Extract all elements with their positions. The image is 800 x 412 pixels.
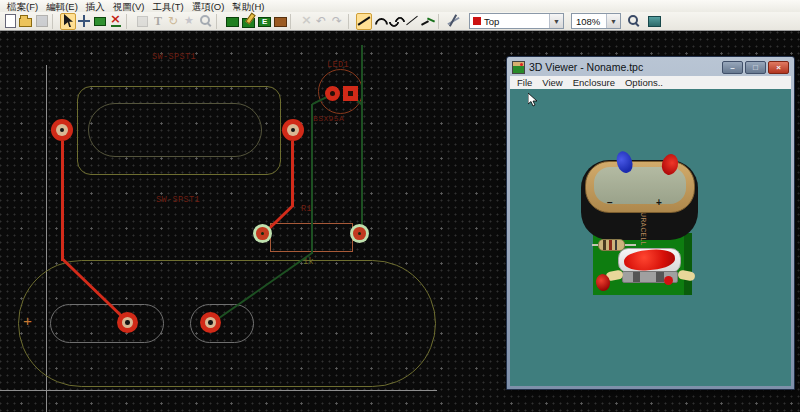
- toolbar-separator: [126, 14, 132, 29]
- redo-button: [330, 13, 346, 30]
- horizontal-guide-line: [0, 390, 437, 391]
- cut-icon: [109, 14, 123, 28]
- zone-icon: [93, 14, 107, 28]
- viewer-menu-item-2[interactable]: Enclosure: [568, 77, 620, 88]
- copper-layer-button[interactable]: [272, 13, 288, 30]
- zoom-level-dropdown[interactable]: 108% ▼: [571, 13, 621, 29]
- arc-tool-button[interactable]: [372, 13, 388, 30]
- zoom-level-value: 108%: [576, 16, 600, 27]
- rotate-icon: [167, 14, 181, 28]
- main-toolbar: Top ▼ 108% ▼: [0, 12, 800, 31]
- maximize-button[interactable]: □: [745, 61, 766, 74]
- main-menu-item-3[interactable]: 視圖(V): [109, 1, 149, 12]
- main-menu-item-4[interactable]: 工具(T): [148, 1, 187, 12]
- minimize-button[interactable]: –: [722, 61, 743, 74]
- zone-fill-icon: [225, 14, 239, 28]
- viewer-app-icon: [512, 61, 525, 74]
- zone-edit-icon: [241, 14, 255, 28]
- 3d-viewer-icon: [647, 14, 661, 28]
- battery-pad-right[interactable]: [200, 312, 221, 333]
- zone-properties-button[interactable]: [256, 13, 272, 30]
- viewer-menu-item-3[interactable]: Options..: [620, 77, 668, 88]
- top-trace-segment[interactable]: [61, 141, 64, 261]
- zone-edit-button[interactable]: [240, 13, 256, 30]
- copper-icon: [273, 14, 287, 28]
- line-icon: [357, 14, 371, 28]
- window-controls: – □ ×: [722, 61, 789, 74]
- viewer-titlebar[interactable]: 3D Viewer - Noname.tpc – □ ×: [510, 57, 791, 76]
- sw-spst1-pad-right[interactable]: [282, 119, 304, 141]
- chevron-down-icon[interactable]: ▼: [606, 14, 620, 28]
- zone-fill-button[interactable]: [224, 13, 240, 30]
- open-3d-viewer-button[interactable]: [646, 13, 662, 30]
- toolbar-separator: [52, 14, 58, 29]
- undo-icon: [315, 14, 329, 28]
- zoom-magnifier-button[interactable]: [626, 13, 642, 30]
- main-menu-item-1[interactable]: 編輯(E): [42, 1, 82, 12]
- r1-pad-right[interactable]: [350, 224, 369, 243]
- select-tool-button[interactable]: [60, 13, 76, 30]
- sw-spst1-ref-bottom: SW-SPST1: [156, 195, 200, 205]
- red-pad-dot-3d: [664, 276, 673, 285]
- save-icon: [35, 14, 49, 28]
- open-file-button[interactable]: [18, 13, 34, 30]
- chevron-down-icon[interactable]: ▼: [549, 14, 563, 28]
- main-menu-item-2[interactable]: 插入: [82, 1, 109, 12]
- line-tool-button[interactable]: [356, 13, 372, 30]
- nodraw-icon: [447, 14, 461, 28]
- led1-pad-square[interactable]: [343, 86, 358, 101]
- r1-pad-left[interactable]: [253, 224, 272, 243]
- main-menu-item-5[interactable]: 選項(O): [188, 1, 229, 12]
- viewer-menubar: FileViewEnclosureOptions..: [510, 76, 791, 90]
- pointer-icon: [61, 14, 75, 28]
- battery-minus-terminal: −: [607, 197, 613, 208]
- save-file-button: [34, 13, 50, 30]
- move-tool-button[interactable]: [76, 13, 92, 30]
- toolbar-separator: [216, 14, 222, 29]
- rotate-tool-button: [166, 13, 182, 30]
- origin-marker: +: [23, 314, 32, 331]
- battery-pad-left[interactable]: [117, 312, 138, 333]
- redo-icon: [331, 14, 345, 28]
- curve-tool-button[interactable]: [388, 13, 404, 30]
- application-window: 檔案(F)編輯(E)插入視圖(V)工具(T)選項(O)幫助(H) Top ▼ 1…: [0, 0, 800, 412]
- cut-tool-button[interactable]: [108, 13, 124, 30]
- 3d-viewer-window: 3D Viewer - Noname.tpc – □ × FileViewEnc…: [506, 56, 795, 390]
- star-icon: [183, 14, 197, 28]
- viewer-window-title: 3D Viewer - Noname.tpc: [529, 61, 643, 73]
- led1-value-label: BSX95A: [313, 114, 344, 123]
- toolbar-separator: [438, 14, 444, 29]
- diagonal-line-tool-button[interactable]: [404, 13, 420, 30]
- move-icon: [77, 14, 91, 28]
- viewer-menu-item-0[interactable]: File: [512, 77, 537, 88]
- no-connect-button[interactable]: [446, 13, 462, 30]
- text-tool-button: [150, 13, 166, 30]
- layer-color-swatch: [473, 17, 481, 25]
- main-menu-item-6[interactable]: 幫助(H): [228, 1, 268, 12]
- sw-spst1-slot: [88, 103, 262, 157]
- zone-tool-button[interactable]: [92, 13, 108, 30]
- open-icon: [19, 14, 33, 28]
- sw-spst1-pad-left[interactable]: [51, 119, 73, 141]
- inspect-tool-button: [198, 13, 214, 30]
- layer-selector-dropdown[interactable]: Top ▼: [469, 13, 564, 29]
- viewer-menu-item-1[interactable]: View: [537, 77, 567, 88]
- new-document-button[interactable]: [2, 13, 18, 30]
- led1-pad-round[interactable]: [325, 86, 340, 101]
- 3d-viewport[interactable]: DURACELL − +: [510, 89, 791, 386]
- curve-icon: [389, 14, 403, 28]
- sw-spst1-ref-top: SW-SPST1: [152, 52, 196, 62]
- toolbar-separator: [348, 14, 354, 29]
- main-menu-item-0[interactable]: 檔案(F): [3, 1, 42, 12]
- magnifier-icon: [627, 14, 641, 28]
- component-tool-button: [182, 13, 198, 30]
- battery-plus-terminal: +: [656, 197, 662, 208]
- polyline-tool-button[interactable]: [420, 13, 436, 30]
- delete-icon: [299, 14, 313, 28]
- new-icon: [3, 14, 17, 28]
- top-trace-segment[interactable]: [291, 141, 294, 207]
- bottom-trace-segment[interactable]: [361, 45, 363, 234]
- bottom-trace-segment[interactable]: [311, 104, 313, 254]
- magnifier-icon: [199, 14, 213, 28]
- close-button[interactable]: ×: [768, 61, 789, 74]
